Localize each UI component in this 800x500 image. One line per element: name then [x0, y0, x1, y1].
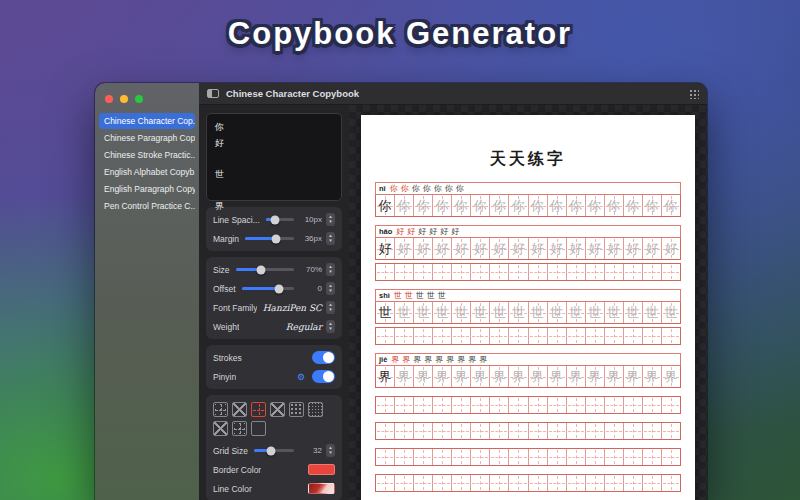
offset-slider[interactable]	[242, 287, 294, 290]
practice-cell: 好	[395, 238, 414, 259]
zoom-window-button[interactable]	[135, 95, 143, 103]
grid-cell	[509, 397, 528, 413]
practice-cell: 界	[376, 366, 395, 387]
margin-label: Margin	[213, 234, 239, 244]
border-color-swatch[interactable]	[308, 464, 335, 475]
practice-cell: 界	[529, 366, 548, 387]
size-label: Size	[213, 265, 230, 275]
grid-size-slider[interactable]	[254, 449, 294, 452]
grid-cell	[490, 423, 509, 439]
pinyin-settings-gear-icon[interactable]: ⚙	[297, 372, 305, 382]
strokes-toggle[interactable]	[312, 351, 335, 364]
sidebar-item-4[interactable]: English Alphabet Copyb...	[99, 164, 195, 180]
stroke-order-glyph: 你	[401, 185, 409, 193]
grid-cell	[509, 328, 528, 344]
practice-cell: 世	[548, 302, 567, 323]
font-family-select[interactable]: ▲▼	[326, 301, 335, 314]
practice-character: 世	[436, 306, 449, 319]
grid-size-stepper[interactable]: ▲▼	[326, 444, 335, 457]
window-title: Chinese Character Copybook	[226, 88, 359, 99]
margin-slider-knob[interactable]	[272, 234, 281, 243]
size-slider[interactable]	[236, 268, 294, 271]
grid-style-button-7[interactable]	[213, 421, 228, 436]
grid-cell	[643, 423, 662, 439]
practice-character: 好	[588, 242, 601, 255]
grid-cell	[414, 475, 433, 491]
grid-cell	[529, 264, 548, 280]
grid-cell	[586, 264, 605, 280]
minimize-window-button[interactable]	[120, 95, 128, 103]
practice-cell: 你	[586, 195, 605, 216]
stroke-order-glyph: 世	[427, 292, 435, 300]
toggle-sidebar-icon[interactable]	[207, 89, 219, 98]
grid-cell	[662, 423, 680, 439]
grid-cell	[567, 264, 586, 280]
characters-input[interactable]: 你 好 世 界	[206, 113, 342, 201]
main-column: Chinese Character Copybook 你 好 世 界 Line …	[199, 83, 707, 500]
practice-cell: 世	[529, 302, 548, 323]
offset-stepper[interactable]: ▲▼	[326, 282, 335, 295]
grid-style-button-8[interactable]	[232, 421, 247, 436]
weight-select[interactable]: ▲▼	[326, 320, 335, 333]
grid-style-button-3[interactable]	[251, 402, 266, 417]
practice-character: 世	[455, 306, 468, 319]
practice-character: 好	[645, 242, 658, 255]
stepper-down-icon: ▼	[328, 289, 332, 294]
practice-cell: 你	[643, 195, 662, 216]
pinyin-label: hǎo	[379, 227, 392, 236]
practice-cell: 你	[433, 195, 452, 216]
grid-style-button-5[interactable]	[289, 402, 304, 417]
line-color-row: Line Color	[213, 479, 335, 498]
offset-slider-knob[interactable]	[275, 284, 284, 293]
size-stepper[interactable]: ▲▼	[326, 263, 335, 276]
sidebar-item-1[interactable]: Chinese Character Cop...	[99, 113, 195, 129]
line-spacing-slider[interactable]	[266, 218, 294, 221]
window-controls	[95, 91, 199, 112]
practice-cell: 界	[605, 366, 624, 387]
line-spacing-slider-knob[interactable]	[271, 215, 280, 224]
grid-cell	[529, 449, 548, 465]
practice-cell: 好	[605, 238, 624, 259]
sidebar-item-6[interactable]: Pen Control Practice C...	[99, 198, 195, 214]
grid-style-button-9[interactable]	[251, 421, 266, 436]
practice-cell: 好	[586, 238, 605, 259]
grid-view-icon[interactable]	[689, 89, 699, 99]
empty-practice-row	[375, 422, 681, 440]
close-window-button[interactable]	[105, 95, 113, 103]
practice-cell: 界	[643, 366, 662, 387]
grid-style-button-4[interactable]	[270, 402, 285, 417]
grid-style-button-2[interactable]	[232, 402, 247, 417]
practice-cell: 界	[548, 366, 567, 387]
margin-stepper[interactable]: ▲▼	[326, 232, 335, 245]
practice-cell: 界	[490, 366, 509, 387]
grid-cell	[624, 328, 643, 344]
sidebar-item-3[interactable]: Chinese Stroke Practic...	[99, 147, 195, 163]
grid-style-button-1[interactable]	[213, 402, 228, 417]
stroke-order-strip: jiè界界界界界界界界界	[375, 353, 681, 366]
sidebar-item-5[interactable]: English Paragraph Copy...	[99, 181, 195, 197]
practice-character: 世	[379, 306, 392, 319]
settings-panel: 你 好 世 界 Line Spaci...10px▲▼Margin36px▲▼S…	[199, 105, 349, 500]
size-slider-knob[interactable]	[257, 265, 266, 274]
line-color-swatch[interactable]	[308, 483, 335, 494]
practice-cell: 你	[605, 195, 624, 216]
practice-character: 界	[512, 370, 525, 383]
practice-cell: 世	[662, 302, 680, 323]
window-titlebar: Chinese Character Copybook	[199, 83, 707, 105]
practice-character: 界	[588, 370, 601, 383]
grid-cell	[586, 475, 605, 491]
pinyin-toggle[interactable]	[312, 370, 335, 383]
copybook-paper: 天天练字 nǐ你你你你你你你你你你你你你你你你你你你你你你你hǎo好好好好好好好…	[361, 115, 695, 500]
practice-character: 世	[474, 306, 487, 319]
practice-cell: 好	[662, 238, 680, 259]
stroke-order-glyph: 界	[457, 356, 465, 364]
grid-style-button-6[interactable]	[308, 402, 323, 417]
margin-slider[interactable]	[245, 237, 294, 240]
line-spacing-stepper[interactable]: ▲▼	[326, 213, 335, 226]
practice-character: 你	[531, 199, 544, 212]
margin-row: Margin36px▲▼	[213, 229, 335, 248]
grid-size-slider-knob[interactable]	[266, 446, 275, 455]
practice-character: 你	[569, 199, 582, 212]
stroke-order-glyph: 你	[423, 185, 431, 193]
sidebar-item-2[interactable]: Chinese Paragraph Cop...	[99, 130, 195, 146]
